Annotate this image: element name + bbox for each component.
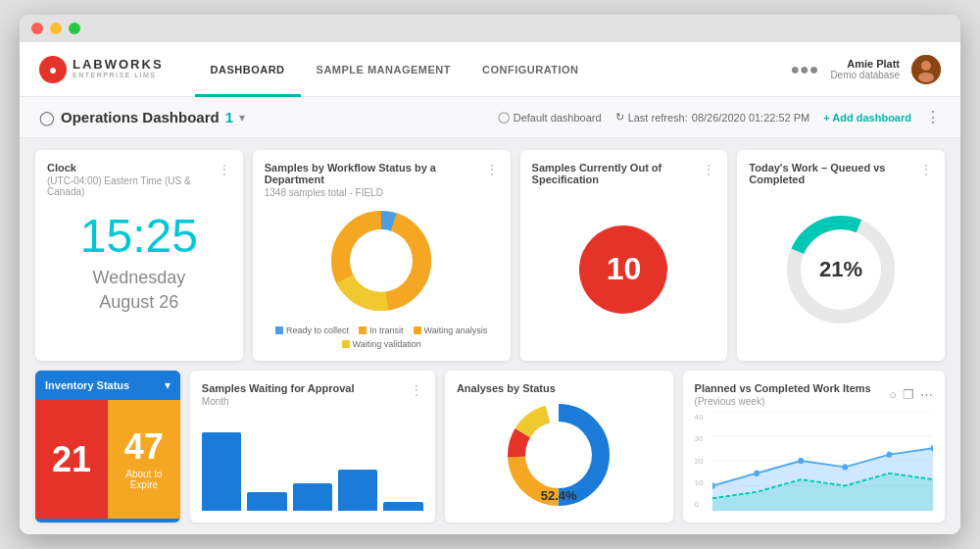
close-button[interactable] <box>31 23 43 34</box>
queued-more-icon[interactable]: ⋮ <box>919 162 933 177</box>
nav-item-configuration[interactable]: CONFIGURATION <box>466 42 595 97</box>
legend-label-validation: Waiting validation <box>353 339 421 349</box>
out-of-spec-more-icon[interactable]: ⋮ <box>702 162 715 177</box>
avatar[interactable] <box>911 55 941 84</box>
inventory-yellow-label: About to Expire <box>108 469 180 490</box>
legend-label-analysis: Waiting analysis <box>424 325 488 335</box>
grid-row-1: Clock (UTC-04:00) Eastern Time (US & Can… <box>35 150 945 361</box>
dashboard-dropdown[interactable]: ▾ <box>239 111 245 125</box>
dashboard-icon: ◯ <box>39 110 55 125</box>
legend-ready: Ready to collect <box>275 325 349 335</box>
workflow-more-icon[interactable]: ⋮ <box>485 162 499 177</box>
inventory-red-num: 21 <box>52 442 91 477</box>
legend-label-transit: In transit <box>369 325 404 335</box>
analyses-card: Analyses by Status <box>445 371 673 523</box>
waiting-more-icon[interactable]: ⋮ <box>410 382 423 398</box>
last-refresh-value: 08/26/2020 01:22:52 PM <box>692 112 809 124</box>
header-right: ●●● Amie Platt Demo database <box>790 55 941 84</box>
logo-sub: ENTERPRISE LIMS <box>73 71 164 80</box>
clock-card-header: Clock (UTC-04:00) Eastern Time (US & Can… <box>47 162 231 197</box>
svg-point-1 <box>921 61 931 71</box>
legend-dot-transit <box>359 326 367 334</box>
analyses-title: Analyses by Status <box>457 382 556 394</box>
clock-title-group: Clock (UTC-04:00) Eastern Time (US & Can… <box>47 162 218 197</box>
svg-point-2 <box>918 73 934 82</box>
title-bar <box>20 15 960 42</box>
app-container: ● LABWORKS ENTERPRISE LIMS DASHBOARD SAM… <box>20 42 960 534</box>
y-label-0: 0 <box>695 500 704 509</box>
legend-dot-validation <box>342 340 350 348</box>
inventory-card: Inventory Status ▾ 21 47 About to Expire <box>35 371 180 523</box>
user-info: Amie Platt Demo database <box>830 58 900 80</box>
out-of-spec-title: Samples Currently Out of Specification <box>532 162 703 185</box>
logo-name: LABWORKS <box>73 58 164 71</box>
dashboard-title: Operations Dashboard <box>61 109 220 125</box>
logo-text: LABWORKS ENTERPRISE LIMS <box>73 58 164 80</box>
refresh-action[interactable]: ↻ Last refresh: 08/26/2020 01:22:52 PM <box>615 111 810 124</box>
nav-item-dashboard[interactable]: DASHBOARD <box>195 42 301 97</box>
main-nav: DASHBOARD SAMPLE MANAGEMENT CONFIGURATIO… <box>195 42 791 97</box>
waiting-bar-3 <box>293 483 332 511</box>
main-window: ● LABWORKS ENTERPRISE LIMS DASHBOARD SAM… <box>20 15 960 534</box>
legend-validation: Waiting validation <box>342 339 421 349</box>
search-icon[interactable]: ●●● <box>790 61 818 78</box>
planned-chart-area: 40 30 20 10 0 <box>695 411 933 511</box>
svg-point-14 <box>525 422 592 488</box>
default-dashboard-action[interactable]: ◯ Default dashboard <box>498 111 602 124</box>
analyses-header: Analyses by Status <box>457 382 662 394</box>
waiting-title-group: Samples Waiting for Approval Month <box>202 382 355 407</box>
planned-more-icon[interactable]: ⋯ <box>920 387 933 402</box>
workflow-subtitle: 1348 samples total - FIELD <box>265 187 485 198</box>
logo-icon: ● <box>39 56 67 83</box>
planned-refresh-icon[interactable]: ○ <box>889 387 897 402</box>
workflow-card: Samples by Workflow Status by a Departme… <box>253 150 511 361</box>
more-options-icon[interactable]: ⋮ <box>925 108 941 126</box>
planned-expand-icon[interactable]: ❐ <box>903 387 914 402</box>
waiting-bar-4 <box>338 470 377 511</box>
y-label-20: 20 <box>695 457 704 466</box>
queued-gauge-container: 21% <box>782 189 900 349</box>
planned-title: Planned vs Completed Work Items <box>695 382 871 394</box>
grid-row-2: Inventory Status ▾ 21 47 About to Expire <box>35 371 945 523</box>
maximize-button[interactable] <box>69 23 80 34</box>
workflow-card-header: Samples by Workflow Status by a Departme… <box>265 162 499 198</box>
waiting-subtitle: Month <box>202 396 355 407</box>
add-dashboard-button[interactable]: + Add dashboard <box>823 112 911 124</box>
waiting-card: Samples Waiting for Approval Month ⋮ <box>190 371 435 523</box>
user-db: Demo database <box>830 70 900 80</box>
workflow-donut-chart <box>322 202 440 320</box>
analyses-percent: 52.4% <box>541 488 577 503</box>
clock-more-icon[interactable]: ⋮ <box>218 162 231 177</box>
y-label-40: 40 <box>695 413 704 422</box>
out-of-spec-value: 10 <box>579 225 667 314</box>
out-of-spec-card: Samples Currently Out of Specification ⋮… <box>520 150 728 361</box>
legend-dot-analysis <box>414 326 421 334</box>
legend-analysis: Waiting analysis <box>414 325 488 335</box>
dashboard-number[interactable]: 1 <box>225 109 233 125</box>
queued-card: Today's Work – Queued vs Completed ⋮ 21% <box>737 150 945 361</box>
svg-point-7 <box>350 229 413 292</box>
inventory-item-yellow: 47 About to Expire <box>108 400 180 519</box>
inventory-item-red: 21 <box>35 400 108 519</box>
planned-title-group: Planned vs Completed Work Items (Previou… <box>695 382 871 407</box>
sub-header: ◯ Operations Dashboard 1 ▾ ◯ Default das… <box>20 97 960 138</box>
inventory-items: 21 47 About to Expire <box>35 400 180 519</box>
svg-point-23 <box>798 458 804 464</box>
out-of-spec-header: Samples Currently Out of Specification ⋮ <box>532 162 716 185</box>
inventory-title: Inventory Status <box>45 379 129 391</box>
spec-value-container: 10 <box>579 189 667 349</box>
clock-time-display: 15:25 <box>47 213 231 260</box>
sub-header-right: ◯ Default dashboard ↻ Last refresh: 08/2… <box>498 108 941 126</box>
clock-date: August 26 <box>47 290 231 315</box>
analyses-donut-container: 52.4% <box>457 398 662 511</box>
waiting-bars <box>202 411 423 511</box>
minimize-button[interactable] <box>50 23 62 34</box>
queued-header: Today's Work – Queued vs Completed ⋮ <box>749 162 933 185</box>
planned-header: Planned vs Completed Work Items (Previou… <box>695 382 933 407</box>
waiting-bar-5 <box>383 502 422 511</box>
inventory-dropdown-icon[interactable]: ▾ <box>165 378 171 392</box>
y-label-30: 30 <box>695 434 704 443</box>
nav-item-sample-management[interactable]: SAMPLE MANAGEMENT <box>301 42 466 97</box>
legend-dot-ready <box>275 326 283 334</box>
workflow-legend: Ready to collect In transit Waiting anal… <box>265 325 499 349</box>
